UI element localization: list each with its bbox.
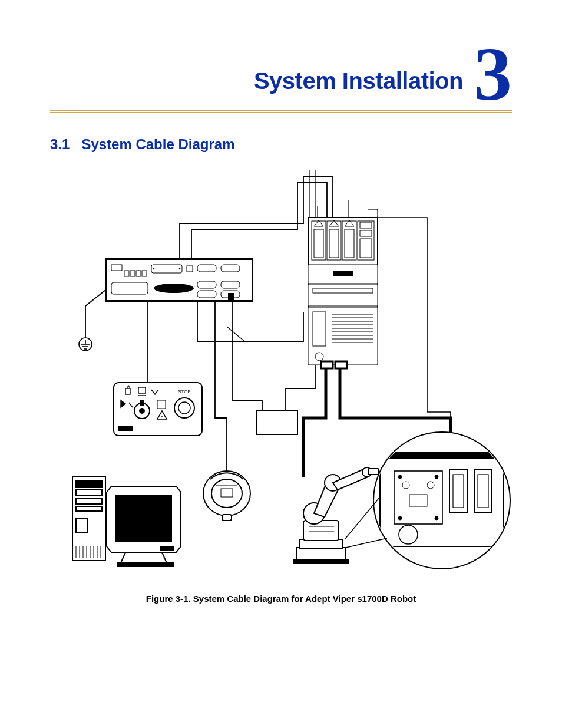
svg-line-123 xyxy=(345,497,380,539)
svg-rect-70 xyxy=(118,426,133,431)
svg-rect-1 xyxy=(106,258,252,260)
svg-rect-5 xyxy=(130,271,135,276)
junction-box-icon xyxy=(256,411,297,434)
svg-rect-53 xyxy=(321,361,333,368)
svg-rect-78 xyxy=(76,490,102,496)
svg-rect-65 xyxy=(140,400,144,406)
svg-point-10 xyxy=(179,268,181,269)
svg-rect-13 xyxy=(221,265,240,272)
svg-rect-17 xyxy=(221,281,240,288)
controller-back-panel-icon xyxy=(106,258,252,302)
cable-diagram: STOP xyxy=(50,164,512,583)
svg-point-72 xyxy=(211,479,242,508)
svg-point-108 xyxy=(398,475,402,479)
svg-rect-107 xyxy=(394,471,442,524)
pendant-panel-icon: STOP xyxy=(114,383,202,436)
svg-rect-39 xyxy=(308,285,378,306)
svg-rect-79 xyxy=(76,498,102,504)
detail-circle-icon xyxy=(345,432,510,569)
svg-rect-81 xyxy=(76,518,88,532)
figure-caption: Figure 3-1. System Cable Diagram for Ade… xyxy=(50,594,512,604)
chapter-number: 3 xyxy=(474,41,512,107)
svg-rect-38 xyxy=(333,271,353,276)
svg-line-122 xyxy=(346,538,387,548)
robot-arm-icon xyxy=(294,467,379,563)
svg-point-69 xyxy=(178,402,190,414)
svg-point-64 xyxy=(139,408,145,414)
ground-icon xyxy=(79,338,92,351)
section-name: System Cable Diagram xyxy=(81,136,234,152)
svg-rect-73 xyxy=(222,515,232,521)
svg-point-111 xyxy=(435,516,438,520)
svg-point-109 xyxy=(435,475,438,479)
svg-rect-12 xyxy=(197,265,216,272)
chapter-header: System Installation 3 xyxy=(50,41,512,103)
svg-rect-3 xyxy=(111,265,122,271)
svg-rect-116 xyxy=(449,470,467,512)
header-rules xyxy=(50,107,512,113)
pc-workstation-icon xyxy=(72,477,181,566)
svg-rect-7 xyxy=(142,271,147,276)
svg-rect-118 xyxy=(474,470,492,512)
svg-point-66 xyxy=(161,416,163,417)
section-number: 3.1 xyxy=(50,136,70,152)
svg-rect-90 xyxy=(116,496,171,542)
svg-rect-14 xyxy=(111,282,148,294)
svg-rect-42 xyxy=(313,312,326,346)
svg-rect-106 xyxy=(380,452,504,458)
svg-rect-4 xyxy=(124,271,129,276)
svg-point-15 xyxy=(154,284,194,293)
svg-rect-92 xyxy=(117,563,174,566)
svg-rect-18 xyxy=(197,291,216,298)
chapter-title: System Installation xyxy=(254,69,463,103)
svg-point-9 xyxy=(153,268,155,269)
svg-rect-95 xyxy=(294,559,348,563)
teach-pendant-icon xyxy=(203,471,250,521)
svg-rect-80 xyxy=(76,506,102,511)
svg-rect-16 xyxy=(197,281,216,288)
stop-label: STOP xyxy=(178,389,191,394)
svg-rect-100 xyxy=(368,469,379,475)
svg-point-110 xyxy=(398,516,402,520)
svg-rect-6 xyxy=(136,271,141,276)
svg-rect-20 xyxy=(228,293,234,301)
svg-rect-11 xyxy=(187,266,193,272)
svg-rect-54 xyxy=(335,361,347,368)
svg-rect-91 xyxy=(161,546,174,550)
svg-rect-96 xyxy=(303,521,339,541)
amplifier-rack-icon xyxy=(308,218,378,368)
section-title: 3.1 System Cable Diagram xyxy=(50,136,512,153)
svg-rect-77 xyxy=(76,480,102,487)
svg-rect-8 xyxy=(151,265,182,273)
